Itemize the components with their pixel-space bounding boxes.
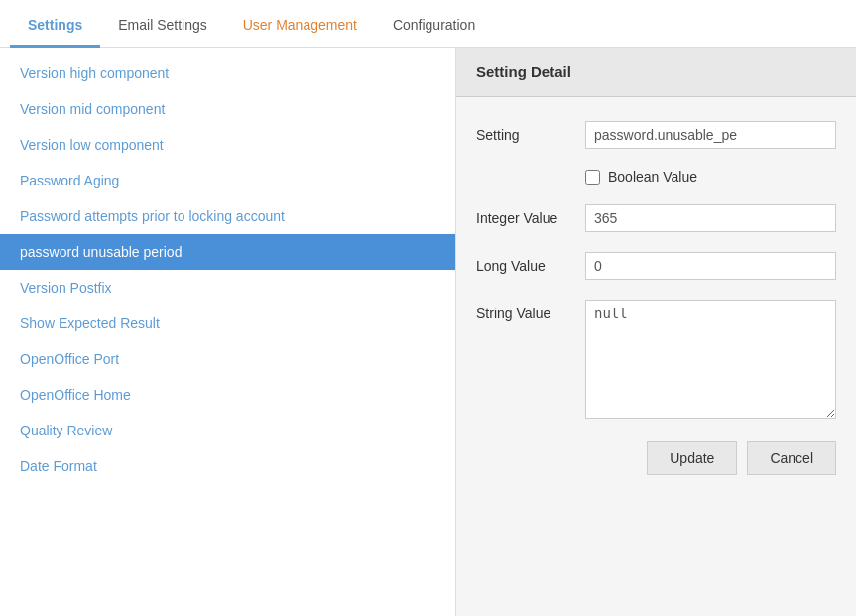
sidebar-item-openoffice-home[interactable]: OpenOffice Home [0, 377, 455, 413]
setting-control [585, 121, 836, 149]
string-textarea[interactable]: null [585, 300, 836, 419]
update-button[interactable]: Update [647, 441, 737, 475]
integer-row: Integer Value [476, 204, 836, 232]
string-label: String Value [476, 300, 585, 321]
top-nav: Settings Email Settings User Management … [0, 0, 856, 48]
string-control: null [585, 300, 836, 422]
sidebar-item-password-aging[interactable]: Password Aging [0, 163, 455, 198]
sidebar-item-date-format[interactable]: Date Format [0, 448, 455, 484]
integer-control [585, 204, 836, 232]
boolean-control: Boolean Value [585, 169, 836, 185]
sidebar-item-version-low[interactable]: Version low component [0, 127, 455, 163]
detail-panel: Setting Detail Setting Boolean Value [456, 48, 856, 616]
string-row: String Value null [476, 300, 836, 422]
tab-email-settings[interactable]: Email Settings [100, 5, 224, 48]
sidebar: Version high component Version mid compo… [0, 48, 456, 616]
long-input[interactable] [585, 252, 836, 280]
integer-input[interactable] [585, 204, 836, 232]
setting-row: Setting [476, 121, 836, 149]
long-control [585, 252, 836, 280]
boolean-row: Boolean Value [476, 169, 836, 185]
sidebar-item-password-attempts[interactable]: Password attempts prior to locking accou… [0, 198, 455, 234]
sidebar-item-show-expected[interactable]: Show Expected Result [0, 306, 455, 341]
cancel-button[interactable]: Cancel [747, 441, 836, 475]
long-label: Long Value [476, 252, 585, 274]
tab-settings[interactable]: Settings [10, 5, 100, 48]
checkbox-row: Boolean Value [585, 169, 836, 185]
detail-body: Setting Boolean Value Integer Value [456, 97, 856, 499]
sidebar-item-version-mid[interactable]: Version mid component [0, 91, 455, 127]
main-layout: Version high component Version mid compo… [0, 48, 856, 616]
boolean-spacer [476, 169, 585, 175]
long-row: Long Value [476, 252, 836, 280]
boolean-label: Boolean Value [608, 169, 697, 185]
tab-user-management[interactable]: User Management [225, 5, 375, 48]
tab-configuration[interactable]: Configuration [375, 5, 493, 48]
detail-header: Setting Detail [456, 48, 856, 97]
sidebar-item-openoffice-port[interactable]: OpenOffice Port [0, 341, 455, 377]
sidebar-item-version-high[interactable]: Version high component [0, 56, 455, 91]
sidebar-item-quality-review[interactable]: Quality Review [0, 413, 455, 448]
setting-label: Setting [476, 121, 585, 143]
sidebar-item-version-postfix[interactable]: Version Postfix [0, 270, 455, 306]
button-row: Update Cancel [476, 441, 836, 475]
sidebar-item-password-unusable[interactable]: password unusable period [0, 234, 455, 270]
setting-input[interactable] [585, 121, 836, 149]
integer-label: Integer Value [476, 204, 585, 226]
boolean-checkbox[interactable] [585, 170, 600, 185]
